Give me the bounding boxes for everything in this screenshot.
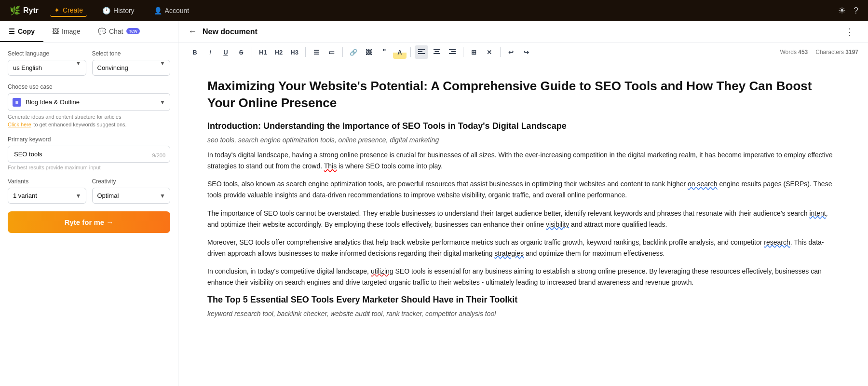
nav-history[interactable]: 🕐 History — [98, 5, 138, 16]
language-wrapper: Select language us English uk English Fr… — [8, 50, 86, 76]
toolbar-sep-6 — [500, 47, 501, 57]
sidebar: ☰ Copy 🖼 Image 💬 Chat new Select languag… — [0, 21, 178, 386]
logo-icon: 🌿 — [10, 5, 20, 16]
variants-wrapper: 1 variant 2 variants 3 variants ▼ — [8, 188, 86, 204]
image-tab-label: Image — [62, 28, 81, 35]
bullet-list-button[interactable]: ☰ — [310, 45, 323, 59]
history-icon: 🕐 — [102, 7, 110, 14]
underline-button[interactable]: U — [219, 45, 232, 59]
tab-copy[interactable]: ☰ Copy — [0, 21, 43, 42]
svg-rect-1 — [418, 51, 422, 52]
editor-content[interactable]: Maximizing Your Website's Potential: A C… — [178, 62, 868, 386]
copy-tab-icon: ☰ — [9, 28, 15, 35]
svg-rect-9 — [449, 53, 456, 54]
nav-account[interactable]: 👤 Account — [150, 5, 193, 16]
chat-badge: new — [126, 28, 140, 34]
align-left-button[interactable] — [415, 45, 428, 59]
svg-rect-5 — [434, 51, 439, 52]
grammar-strategies: strategies — [494, 249, 524, 257]
nav-right: ☀ ? — [838, 5, 858, 16]
align-center-button[interactable] — [430, 45, 444, 59]
nav-create[interactable]: ✦ Create — [50, 4, 87, 17]
create-icon: ✦ — [54, 6, 60, 14]
keyword-label: Primary keyword — [8, 136, 170, 143]
sun-icon[interactable]: ☀ — [838, 5, 846, 16]
svg-rect-7 — [449, 49, 456, 50]
use-case-section: Choose use case ≡ Blog Idea & Outline Bl… — [8, 83, 170, 128]
document-title: New document — [203, 28, 258, 36]
toolbar-sep-1 — [252, 47, 252, 57]
toolbar-sep-2 — [305, 47, 306, 57]
spellcheck-this: This — [324, 162, 337, 170]
section-1-para-4: Moreover, SEO tools offer comprehensive … — [207, 237, 839, 259]
primary-keyword-section: Primary keyword 9/200 For best results p… — [8, 136, 170, 170]
section-1-para-2: SEO tools, also known as search engine o… — [207, 179, 839, 201]
toolbar-sep-5 — [463, 47, 463, 57]
tab-image[interactable]: 🖼 Image — [43, 21, 89, 42]
editor-area: ← New document ⋮ B I U S H1 H2 H3 ☰ ≔ 🔗 … — [178, 21, 868, 386]
variants-col: Variants 1 variant 2 variants 3 variants… — [8, 178, 86, 204]
back-button[interactable]: ← — [188, 27, 197, 37]
tab-chat[interactable]: 💬 Chat new — [89, 21, 149, 42]
align-right-button[interactable] — [446, 45, 459, 59]
nav-create-label: Create — [63, 6, 83, 14]
ryte-button[interactable]: Ryte for me → — [8, 211, 170, 233]
chars-stat: Characters 3197 — [815, 49, 858, 55]
svg-rect-0 — [418, 49, 425, 50]
clear-button[interactable]: ✕ — [483, 45, 496, 59]
document-main-title: Maximizing Your Website's Potential: A C… — [207, 78, 839, 111]
creativity-col: Creativity Optimal High Max Low ▼ — [92, 178, 171, 204]
svg-rect-8 — [451, 51, 456, 52]
language-select[interactable]: us English uk English French Spanish — [8, 60, 86, 76]
h2-button[interactable]: H2 — [272, 45, 286, 59]
grammar-research: research — [764, 238, 790, 246]
section-1-heading: Introduction: Understanding the Importan… — [207, 121, 839, 131]
creativity-select[interactable]: Optimal High Max Low — [92, 188, 171, 204]
strikethrough-button[interactable]: S — [234, 45, 248, 59]
variants-select[interactable]: 1 variant 2 variants 3 variants — [8, 188, 86, 204]
undo-button[interactable]: ↩ — [504, 45, 518, 59]
variants-creativity-row: Variants 1 variant 2 variants 3 variants… — [8, 178, 170, 204]
use-case-link-suffix: to get enhanced keywords suggestions. — [33, 122, 126, 127]
keyword-count: 9/200 — [152, 152, 165, 158]
words-stat: Words 453 — [780, 49, 808, 55]
italic-button[interactable]: I — [203, 45, 217, 59]
ordered-list-button[interactable]: ≔ — [325, 45, 339, 59]
copy-tab-label: Copy — [18, 28, 35, 35]
creativity-wrapper: Optimal High Max Low ▼ — [92, 188, 171, 204]
section-1-para-1: In today's digital landscape, having a s… — [207, 150, 839, 172]
use-case-icon: ≡ — [13, 98, 21, 107]
use-case-label: Choose use case — [8, 83, 170, 90]
language-label: Select language — [8, 50, 86, 57]
more-options-icon[interactable]: ⋮ — [841, 24, 858, 40]
logo[interactable]: 🌿 Rytr — [10, 5, 39, 16]
editor-header-right: ⋮ — [841, 24, 858, 40]
highlight-button[interactable]: A — [393, 45, 407, 59]
variants-label: Variants — [8, 178, 86, 185]
h3-button[interactable]: H3 — [287, 45, 301, 59]
image-tab-icon: 🖼 — [52, 28, 59, 35]
use-case-select[interactable]: Blog Idea & Outline Blog Section Writing… — [8, 93, 170, 111]
section-1-para-3: The importance of SEO tools cannot be ov… — [207, 208, 839, 230]
image-button[interactable]: 🖼 — [362, 45, 376, 59]
keyword-wrapper: 9/200 — [8, 146, 170, 163]
tone-select[interactable]: Convincing Formal Casual Enthusiastic — [92, 60, 171, 76]
h1-button[interactable]: H1 — [256, 45, 270, 59]
use-case-hint: Generate ideas and content structure for… — [8, 114, 170, 120]
quote-button[interactable]: " — [378, 45, 391, 59]
bold-button[interactable]: B — [188, 45, 202, 59]
toolbar-sep-4 — [410, 47, 411, 57]
redo-button[interactable]: ↪ — [520, 45, 533, 59]
grammar-intent: intent — [809, 209, 826, 217]
spellcheck-utilizing: utilizing — [371, 267, 393, 275]
use-case-link[interactable]: Click here — [8, 122, 31, 127]
link-button[interactable]: 🔗 — [347, 45, 360, 59]
keyword-hint: For best results provide maximum input — [8, 165, 170, 170]
use-case-wrapper: ≡ Blog Idea & Outline Blog Section Writi… — [8, 93, 170, 111]
help-icon[interactable]: ? — [854, 6, 858, 16]
keyword-input[interactable] — [8, 146, 170, 163]
grammar-visibility: visibility — [546, 221, 569, 228]
grammar-on-search: on search — [688, 180, 717, 188]
toolbar-stats: Words 453 Characters 3197 — [780, 49, 858, 55]
table-button[interactable]: ⊞ — [467, 45, 481, 59]
